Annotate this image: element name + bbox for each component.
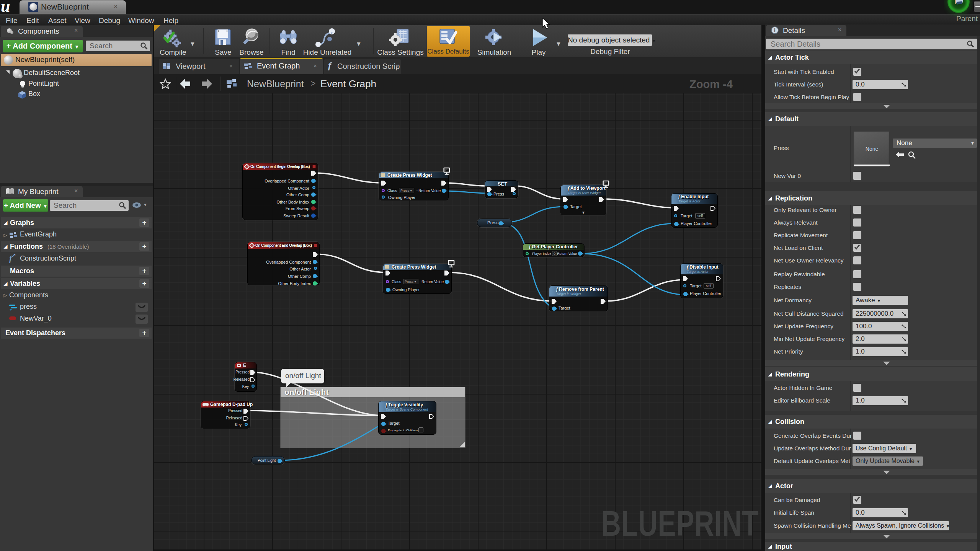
svg-text:i: i — [774, 28, 776, 33]
